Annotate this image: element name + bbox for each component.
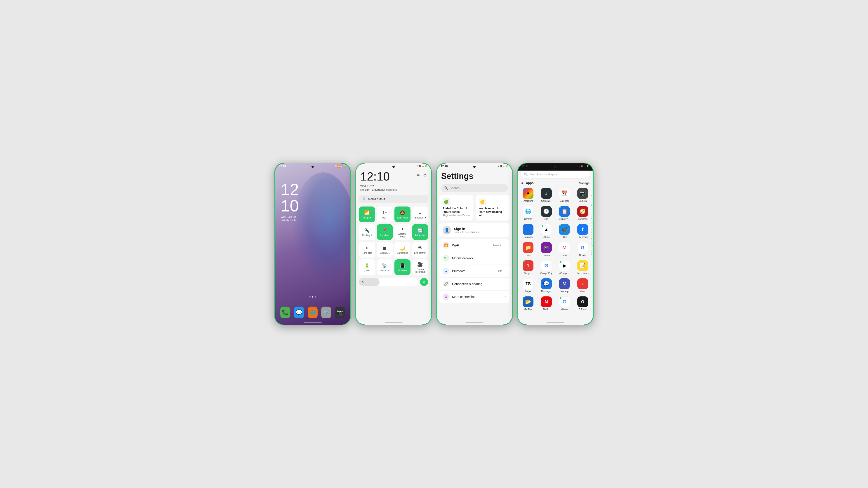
app-item-compass[interactable]: 🧭 Compass	[574, 205, 592, 222]
settings-card-2[interactable]: 🟡 Watch anim... to learn how floating wi…	[475, 195, 509, 221]
cc-tile-vibrate[interactable]: 📳 Vibration	[395, 259, 410, 275]
location-tile-icon: 📍	[382, 228, 388, 233]
app-item-calculator[interactable]: ± Calculator	[538, 187, 555, 204]
app-item-drive[interactable]: ▲ • Drive	[538, 223, 555, 240]
nfc-icon: N	[335, 165, 337, 168]
app-item-google[interactable]: G Google	[574, 241, 592, 258]
app-item-keepnotes[interactable]: 📝 Keep Notes	[574, 259, 592, 276]
dark-tile-icon: 🌙	[400, 246, 405, 251]
cc-tile-screenrec[interactable]: 🎥 Screen recording	[412, 259, 428, 275]
dock-phone[interactable]: 📞	[280, 306, 290, 318]
cc-media-output[interactable]: 🎵 Media output	[359, 195, 428, 203]
app-item-orelax[interactable]: O O Relax	[574, 295, 592, 312]
cc-tile-battery[interactable]: 🔋 ...g mod...	[359, 259, 375, 275]
app-item-contacts[interactable]: 👤 Contacts	[520, 223, 537, 240]
clock-hour: 12	[281, 182, 299, 198]
settings-card-1[interactable]: 🟢 Added the Colorful Future series Ringt…	[439, 195, 473, 221]
home-date: Wed, Oct 20	[281, 215, 299, 219]
app-search-placeholder: Search for local apps	[529, 173, 557, 176]
cc-tile-eye[interactable]: 👁 Eye comfort	[412, 242, 428, 258]
settings-signin-row[interactable]: 👤 Sign in Sign in to use services. ›	[439, 223, 509, 237]
auto-brightness-button[interactable]: ☀	[420, 278, 428, 286]
sharing-row-label: Connection & sharing	[452, 282, 502, 286]
cc-tile-bt[interactable]: ⬥ Bluetooth ▾	[412, 206, 428, 222]
settings-cards-row: 🟢 Added the Colorful Future series Ringt…	[437, 194, 512, 221]
cc-tile-rotate[interactable]: 🔄 Auto-rotate	[412, 224, 428, 240]
cloneph-icon: 📋	[559, 206, 570, 217]
cc-tile-hotspot[interactable]: 📡 Hotspot ▾	[377, 259, 393, 275]
app-drawer-bg: 12:11 N 🔇 ▲ 🔋 🔍 Search for local apps Al…	[518, 170, 593, 325]
alpha-j: J	[591, 215, 593, 217]
settings-row-wifi[interactable]: 📶 Wi-Fi Nextpit ›	[439, 239, 509, 252]
compass-icon: 🧭	[577, 206, 588, 217]
app-item-google2[interactable]: ▶ • Google ...	[556, 259, 573, 276]
app-item-google1[interactable]: 1 • Google ...	[520, 259, 537, 276]
mute-icon-4: 🔇	[581, 165, 583, 167]
settings-row-more[interactable]: ⬇ More connection... ›	[439, 291, 509, 303]
sharing-row-chevron: ›	[505, 282, 506, 286]
location-tile-label: Location	[380, 234, 389, 237]
cc-tile-display[interactable]: ☀ ...one disp	[359, 242, 375, 258]
app-item-music[interactable]: ♪ Music	[574, 277, 592, 294]
dock-messages[interactable]: 💬	[294, 306, 304, 318]
card-1-icon-glyph: 🟢	[444, 200, 448, 204]
app-item-messages[interactable]: 💬 Messages	[538, 277, 555, 294]
cc-tile-dark[interactable]: 🌙 Dark mode	[395, 242, 410, 258]
alpha-s: S	[591, 236, 593, 238]
app-item-myfiles[interactable]: 📂 My Files	[520, 295, 537, 312]
dock-chrome[interactable]: 🌐	[308, 306, 318, 318]
app-item-assistant[interactable]: ✦ Assistant	[520, 187, 537, 204]
app-item-gmail[interactable]: M Gmail	[556, 241, 573, 258]
brightness-bar[interactable]: ☀	[359, 278, 418, 286]
search-icon: 🔍	[444, 186, 448, 190]
dock-settings[interactable]: ⚙️	[321, 306, 331, 318]
alpha-x: X	[591, 247, 593, 249]
cc-tile-mobile[interactable]: 1↕ Mo...	[377, 206, 393, 222]
app-item-mockup[interactable]: M Mockup	[556, 277, 573, 294]
cc-tile-wifi[interactable]: 📶 Nextpit ▾	[359, 206, 375, 222]
signin-text: Sign in Sign in to use services.	[454, 227, 479, 233]
more-row-chevron: ›	[505, 295, 506, 299]
status-icons-3: N 🔇 ▲ 🔋	[498, 165, 508, 167]
mockup-label: Mockup	[561, 290, 568, 293]
alpha-i: I	[591, 213, 593, 215]
eye-tile-icon: 👁	[418, 246, 423, 251]
app-item-cloneph[interactable]: 📋 Clone Ph...	[556, 205, 573, 222]
settings-search-bar[interactable]: 🔍 Search	[441, 184, 508, 192]
google2-dot	[560, 261, 561, 263]
cc-tile-vision[interactable]: ◼ Vision E...	[377, 242, 393, 258]
files-icon: 📁	[523, 242, 533, 253]
app-item-games[interactable]: 🎮 Games	[538, 241, 555, 258]
settings-row-mobile[interactable]: 1↕ Mobile network ›	[439, 252, 509, 265]
app-item-duo[interactable]: 📹 • Duo	[556, 223, 573, 240]
app-item-calendar[interactable]: 📅 Calendar	[556, 187, 573, 204]
cc-tile-silent[interactable]: 🔕 Silent mode	[395, 206, 410, 222]
settings-row-bt[interactable]: ⬥ Bluetooth Off ›	[439, 265, 509, 278]
app-item-gpay[interactable]: G Google Pay	[538, 259, 555, 276]
google-icon: G	[577, 242, 588, 253]
signal-icon: 📶	[337, 165, 340, 168]
files-label: Files	[526, 254, 530, 257]
app-item-files[interactable]: 📁 Files	[520, 241, 537, 258]
settings-icon[interactable]: ⚙	[423, 173, 427, 178]
card-2-icon: 🟡	[479, 198, 486, 205]
app-item-netflix[interactable]: N Netflix	[538, 295, 555, 312]
wifi-icon-3: ▲	[503, 165, 505, 167]
app-item-clock[interactable]: 🕐 Clock	[538, 205, 555, 222]
app-item-facebook[interactable]: f Facebook	[574, 223, 592, 240]
app-search-bar[interactable]: 🔍 Search for local apps	[521, 170, 590, 178]
messages-label: Messages	[541, 290, 552, 293]
cc-tile-location[interactable]: 📍 Location	[377, 224, 393, 240]
manage-button[interactable]: Manage	[579, 182, 590, 185]
app-item-chrome[interactable]: 🌐 Chrome	[520, 205, 537, 222]
hotspot-tile-icon: 📡	[382, 263, 388, 268]
settings-row-sharing[interactable]: 🔗 Connection & sharing ›	[439, 278, 509, 291]
cc-tile-airplane[interactable]: ✈ Airplane mode	[395, 224, 410, 240]
cc-tile-flash[interactable]: 🔦 Flashlight	[359, 224, 375, 240]
app-item-camera[interactable]: 📷 Camera	[574, 187, 592, 204]
app-item-news[interactable]: G • News	[556, 295, 573, 312]
dock-camera[interactable]: 📷	[335, 306, 345, 318]
myfiles-icon: 📂	[523, 296, 533, 307]
app-item-maps[interactable]: 🗺 Maps	[520, 277, 537, 294]
edit-icon[interactable]: ✏	[416, 173, 420, 178]
